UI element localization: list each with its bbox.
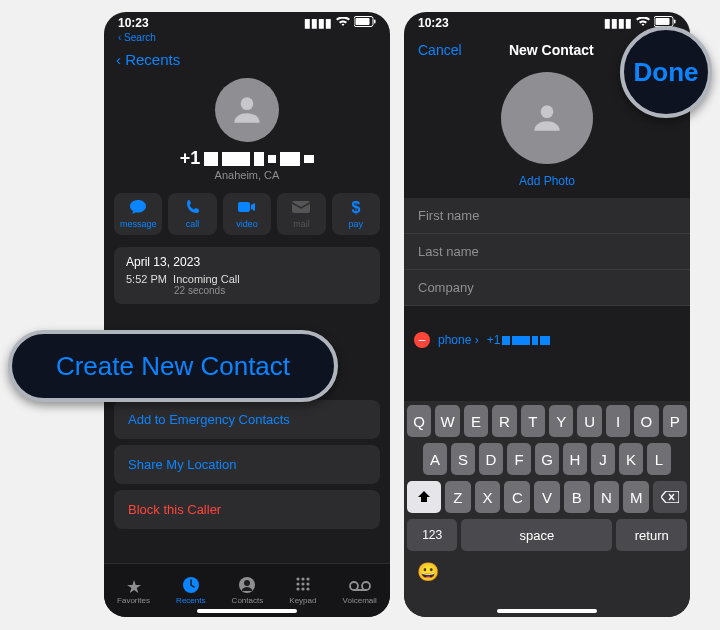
key-c[interactable]: C [504,481,530,513]
key-a[interactable]: A [423,443,447,475]
voicemail-icon [343,576,377,596]
key-y[interactable]: Y [549,405,573,437]
pay-button[interactable]: $ pay [332,193,380,235]
last-name-field[interactable]: Last name [404,234,690,270]
status-indicators: ▮▮▮▮ [304,16,376,30]
phone-icon [170,199,214,217]
svg-point-10 [301,577,304,580]
svg-point-12 [296,582,299,585]
svg-rect-23 [674,20,676,24]
key-b[interactable]: B [564,481,590,513]
key-x[interactable]: X [475,481,501,513]
key-r[interactable]: R [492,405,516,437]
add-emergency-button[interactable]: Add to Emergency Contacts [114,400,380,439]
space-key[interactable]: space [461,519,612,551]
svg-rect-22 [656,18,670,25]
svg-point-18 [350,582,358,590]
svg-point-14 [306,582,309,585]
contact-actions-row: message call video mail $ pay [104,187,390,241]
key-l[interactable]: L [647,443,671,475]
keyboard-row-1: QWERTYUIOP [407,405,687,437]
home-indicator[interactable] [497,609,597,613]
keyboard-bottom-row: 😀 [407,557,687,583]
contact-location: Anaheim, CA [104,169,390,181]
chevron-left-icon: ‹ [116,51,125,68]
status-time: 10:23 [418,16,449,30]
first-name-field[interactable]: First name [404,198,690,234]
mail-icon [279,199,323,217]
video-button[interactable]: video [223,193,271,235]
call-log-duration: 22 seconds [174,285,368,296]
key-q[interactable]: Q [407,405,431,437]
message-icon [116,199,160,217]
key-d[interactable]: D [479,443,503,475]
video-icon [225,199,269,217]
key-n[interactable]: N [594,481,620,513]
status-bar: 10:23 ▮▮▮▮ [104,12,390,32]
key-u[interactable]: U [577,405,601,437]
phone-type-selector[interactable]: phone › [438,333,479,347]
add-photo-button[interactable]: Add Photo [404,170,690,198]
return-key[interactable]: return [616,519,687,551]
svg-point-24 [541,105,554,118]
key-f[interactable]: F [507,443,531,475]
key-h[interactable]: H [563,443,587,475]
status-time: 10:23 [118,16,149,30]
key-i[interactable]: I [606,405,630,437]
message-button[interactable]: message [114,193,162,235]
key-w[interactable]: W [435,405,459,437]
cancel-button[interactable]: Cancel [418,42,462,58]
person-circle-icon [232,576,264,596]
phone-entry-row[interactable]: – phone › +1 [404,324,690,356]
key-m[interactable]: M [623,481,649,513]
numbers-key[interactable]: 123 [407,519,457,551]
pay-icon: $ [334,199,378,217]
key-g[interactable]: G [535,443,559,475]
key-k[interactable]: K [619,443,643,475]
tab-keypad[interactable]: Keypad [289,576,316,605]
call-button[interactable]: call [168,193,216,235]
call-log-entry: 5:52 PM Incoming Call [126,273,368,285]
shift-key[interactable] [407,481,441,513]
phone-value[interactable]: +1 [487,333,551,347]
redacted [268,155,276,163]
tab-recents[interactable]: Recents [176,576,205,605]
block-caller-button[interactable]: Block this Caller [114,490,380,529]
callout-create-new-contact: Create New Contact [8,330,338,402]
redacted [304,155,314,163]
back-button[interactable]: ‹ Recents [116,51,180,68]
key-z[interactable]: Z [445,481,471,513]
svg-point-9 [296,577,299,580]
nav-title: New Contact [509,42,594,58]
home-indicator[interactable] [197,609,297,613]
mail-button: mail [277,193,325,235]
avatar-placeholder-icon[interactable] [501,72,593,164]
wifi-icon [636,16,650,30]
svg-point-3 [241,97,254,110]
key-e[interactable]: E [464,405,488,437]
key-p[interactable]: P [663,405,687,437]
signal-icon: ▮▮▮▮ [304,16,332,30]
svg-rect-5 [292,201,310,213]
key-v[interactable]: V [534,481,560,513]
company-field[interactable]: Company [404,270,690,306]
key-o[interactable]: O [634,405,658,437]
call-log-date: April 13, 2023 [126,255,368,269]
key-t[interactable]: T [521,405,545,437]
key-j[interactable]: J [591,443,615,475]
redacted [204,152,218,166]
tab-bar: ★ Favorites Recents Contacts Keypad Vo [104,563,390,617]
key-s[interactable]: S [451,443,475,475]
emoji-key[interactable]: 😀 [417,561,439,583]
share-location-button[interactable]: Share My Location [114,445,380,484]
tab-contacts[interactable]: Contacts [232,576,264,605]
tab-voicemail[interactable]: Voicemail [343,576,377,605]
star-icon: ★ [117,576,150,596]
keyboard-row-2: ASDFGHJKL [407,443,687,475]
redacted [222,152,250,166]
back-to-search[interactable]: ‹ Search [104,32,390,45]
remove-field-icon[interactable]: – [414,332,430,348]
delete-key[interactable] [653,481,687,513]
tab-favorites[interactable]: ★ Favorites [117,576,150,605]
svg-point-13 [301,582,304,585]
